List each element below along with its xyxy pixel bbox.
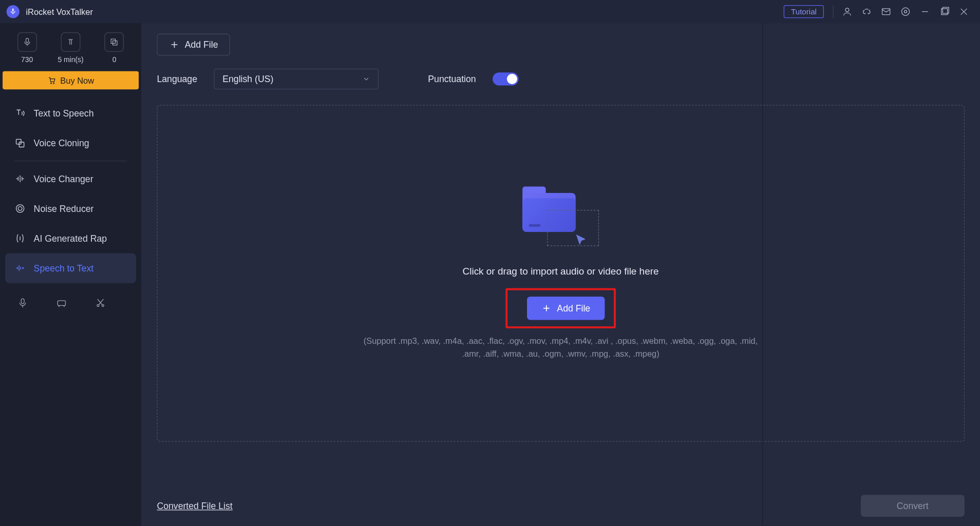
svg-rect-11 <box>113 41 117 45</box>
minimize-icon[interactable] <box>915 2 935 22</box>
app-title: iRocket VoxTalker <box>26 7 92 16</box>
credit-clones-value: 0 <box>95 56 134 64</box>
svg-point-2 <box>904 10 907 13</box>
add-file-label: Add File <box>557 303 590 314</box>
add-file-button-top[interactable]: Add File <box>157 34 230 56</box>
punctuation-toggle[interactable] <box>493 72 518 85</box>
sidebar-item-ai-generated-rap[interactable]: AI Generated Rap <box>5 223 136 253</box>
account-icon[interactable] <box>837 2 857 22</box>
svg-rect-10 <box>111 39 116 43</box>
nav-divider <box>14 161 127 161</box>
credit-clones[interactable]: 0 <box>95 32 134 64</box>
mic-credit-icon <box>22 37 32 47</box>
svg-rect-14 <box>16 139 21 144</box>
nav: Text to Speech Voice Cloning Voice Chang… <box>0 99 141 283</box>
cut-tool-icon[interactable] <box>95 297 106 311</box>
credit-minutes-value: 5 min(s) <box>51 56 90 64</box>
buy-now-button[interactable]: Buy Now <box>3 71 139 89</box>
ai-rap-icon <box>14 232 26 244</box>
sidebar-item-text-to-speech[interactable]: Text to Speech <box>5 99 136 128</box>
close-icon[interactable] <box>954 2 974 22</box>
dropzone-hint: Click or drag to import audio or video f… <box>353 265 768 276</box>
add-file-label: Add File <box>185 40 218 50</box>
voice-changer-icon <box>14 173 26 185</box>
titlebar: iRocket VoxTalker Tutorial <box>0 0 980 23</box>
highlight-frame: Add File <box>506 288 616 328</box>
svg-point-13 <box>53 83 54 84</box>
svg-point-0 <box>845 8 849 12</box>
language-select[interactable]: English (US) <box>214 69 379 89</box>
svg-rect-5 <box>941 9 948 15</box>
svg-rect-15 <box>19 142 24 147</box>
speech-to-text-icon <box>14 262 26 274</box>
punctuation-label: Punctuation <box>428 74 476 84</box>
chevron-down-icon <box>363 75 370 83</box>
credit-minutes[interactable]: 5 min(s) <box>51 32 90 64</box>
sidebar-item-label: Noise Reducer <box>34 203 94 213</box>
svg-rect-19 <box>58 301 65 305</box>
converted-file-list-link[interactable]: Converted File List <box>157 501 232 511</box>
sidebar-item-noise-reducer[interactable]: Noise Reducer <box>5 193 136 223</box>
tutorial-button[interactable]: Tutorial <box>784 5 824 18</box>
buy-now-label: Buy Now <box>60 75 94 85</box>
bottom-tools <box>0 291 141 318</box>
voice-cloning-icon <box>14 138 26 149</box>
sidebar-item-label: Text to Speech <box>34 108 94 119</box>
copy-credit-icon <box>109 37 119 47</box>
add-file-button-center[interactable]: Add File <box>527 297 605 320</box>
cart-icon <box>47 76 56 85</box>
text-to-speech-icon <box>14 107 26 119</box>
svg-point-16 <box>18 207 22 211</box>
svg-point-12 <box>51 83 51 84</box>
svg-point-21 <box>102 304 104 306</box>
supported-formats-text: (Support .mp3, .wav, .m4a, .aac, .flac, … <box>353 335 768 360</box>
titlebar-divider <box>833 5 834 18</box>
sidebar-item-voice-cloning[interactable]: Voice Cloning <box>5 128 136 158</box>
convert-button[interactable]: Convert <box>861 495 965 517</box>
credit-characters-value: 730 <box>8 56 47 64</box>
sidebar-item-label: Speech to Text <box>34 263 94 273</box>
language-label: Language <box>157 74 197 84</box>
loop-tool-icon[interactable] <box>56 297 68 311</box>
svg-point-20 <box>97 304 99 306</box>
svg-rect-18 <box>21 299 24 303</box>
mail-icon[interactable] <box>876 2 896 22</box>
folder-illustration-icon <box>519 186 603 251</box>
discord-icon[interactable] <box>857 2 876 22</box>
app-logo-icon <box>7 5 20 18</box>
text-credit-icon <box>65 37 76 47</box>
maximize-icon[interactable] <box>935 2 954 22</box>
credits-row: 730 5 min(s) 0 <box>0 23 141 67</box>
main-panel: Add File Language English (US) Punctuati… <box>141 23 980 526</box>
sidebar-item-label: AI Generated Rap <box>34 233 107 243</box>
svg-point-17 <box>16 205 24 212</box>
noise-reducer-icon <box>14 203 26 215</box>
svg-rect-1 <box>882 9 890 15</box>
credit-characters[interactable]: 730 <box>8 32 47 64</box>
sidebar: 730 5 min(s) 0 Buy Now Text to Speec <box>0 23 141 526</box>
sidebar-item-label: Voice Cloning <box>34 138 89 148</box>
settings-icon[interactable] <box>896 2 915 22</box>
sidebar-item-speech-to-text[interactable]: Speech to Text <box>5 253 136 283</box>
plus-icon <box>169 40 179 50</box>
sidebar-item-voice-changer[interactable]: Voice Changer <box>5 164 136 193</box>
svg-point-3 <box>901 8 909 15</box>
dropzone[interactable]: Click or drag to import audio or video f… <box>157 105 964 441</box>
language-value: English (US) <box>222 74 273 84</box>
plus-icon <box>541 303 552 314</box>
mic-tool-icon[interactable] <box>17 297 29 311</box>
svg-rect-9 <box>26 38 28 42</box>
svg-rect-6 <box>943 7 949 13</box>
sidebar-item-label: Voice Changer <box>34 173 93 184</box>
